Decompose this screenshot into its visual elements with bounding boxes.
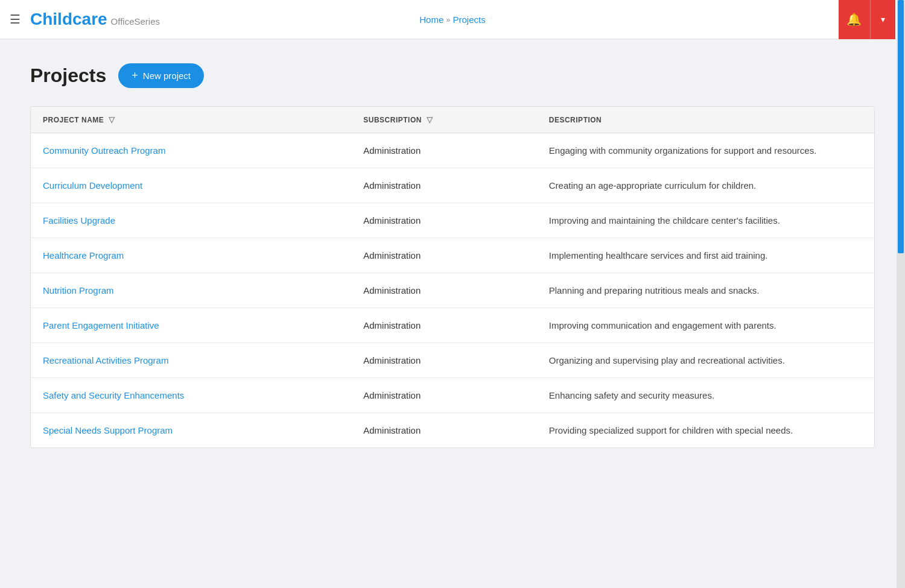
scrollbar-thumb[interactable] bbox=[898, 0, 904, 253]
description-cell: Improving communication and engagement w… bbox=[537, 308, 874, 343]
description-cell: Providing specialized support for childr… bbox=[537, 413, 874, 448]
table-row: Curriculum DevelopmentAdministrationCrea… bbox=[31, 168, 874, 203]
col-header-description: DESCRIPTION bbox=[537, 107, 874, 133]
subscription-cell: Administration bbox=[351, 378, 537, 413]
project-name-cell[interactable]: Special Needs Support Program bbox=[31, 413, 351, 448]
subscription-cell: Administration bbox=[351, 273, 537, 308]
table-header: PROJECT NAME ▽ SUBSCRIPTION ▽ DESCRIPTIO… bbox=[31, 107, 874, 133]
subscription-cell: Administration bbox=[351, 203, 537, 238]
table-row: Parent Engagement InitiativeAdministrati… bbox=[31, 308, 874, 343]
description-cell: Organizing and supervising play and recr… bbox=[537, 343, 874, 378]
header-actions: 🔔 ▾ bbox=[839, 0, 895, 39]
chevron-down-icon: ▾ bbox=[881, 14, 885, 24]
table-row: Healthcare ProgramAdministrationImplemen… bbox=[31, 238, 874, 273]
description-cell: Engaging with community organizations fo… bbox=[537, 133, 874, 168]
project-name-cell[interactable]: Facilities Upgrade bbox=[31, 203, 351, 238]
filter-icon-name[interactable]: ▽ bbox=[109, 115, 115, 124]
table-row: Recreational Activities ProgramAdministr… bbox=[31, 343, 874, 378]
subscription-cell: Administration bbox=[351, 133, 537, 168]
brand-name: Childcare bbox=[30, 10, 107, 29]
description-cell: Improving and maintaining the childcare … bbox=[537, 203, 874, 238]
brand-sub: OfficeSeries bbox=[111, 16, 160, 27]
subscription-cell: Administration bbox=[351, 308, 537, 343]
breadcrumb-current[interactable]: Projects bbox=[453, 14, 486, 25]
new-project-label: New project bbox=[143, 71, 191, 81]
table-row: Community Outreach ProgramAdministration… bbox=[31, 133, 874, 168]
project-name-cell[interactable]: Recreational Activities Program bbox=[31, 343, 351, 378]
scrollbar-track[interactable] bbox=[897, 0, 905, 472]
projects-table-container: PROJECT NAME ▽ SUBSCRIPTION ▽ DESCRIPTIO… bbox=[30, 106, 875, 448]
breadcrumb-separator: » bbox=[446, 15, 450, 24]
user-dropdown-button[interactable]: ▾ bbox=[870, 0, 895, 39]
table-row: Facilities UpgradeAdministrationImprovin… bbox=[31, 203, 874, 238]
description-cell: Planning and preparing nutritious meals … bbox=[537, 273, 874, 308]
bell-icon: 🔔 bbox=[846, 12, 862, 27]
page-title: Projects bbox=[30, 65, 106, 87]
notification-bell-button[interactable]: 🔔 bbox=[839, 0, 870, 39]
filter-icon-subscription[interactable]: ▽ bbox=[427, 115, 433, 124]
subscription-cell: Administration bbox=[351, 238, 537, 273]
project-name-cell[interactable]: Safety and Security Enhancements bbox=[31, 378, 351, 413]
subscription-cell: Administration bbox=[351, 413, 537, 448]
main-content: Projects + New project PROJECT NAME ▽ bbox=[0, 39, 905, 472]
menu-icon[interactable]: ☰ bbox=[10, 12, 21, 27]
project-name-cell[interactable]: Nutrition Program bbox=[31, 273, 351, 308]
description-cell: Creating an age-appropriate curriculum f… bbox=[537, 168, 874, 203]
breadcrumb-home[interactable]: Home bbox=[419, 14, 443, 25]
page-header: Projects + New project bbox=[30, 63, 875, 88]
project-name-cell[interactable]: Curriculum Development bbox=[31, 168, 351, 203]
project-name-cell[interactable]: Parent Engagement Initiative bbox=[31, 308, 351, 343]
table-body: Community Outreach ProgramAdministration… bbox=[31, 133, 874, 448]
table-row: Nutrition ProgramAdministrationPlanning … bbox=[31, 273, 874, 308]
table-row: Safety and Security EnhancementsAdminist… bbox=[31, 378, 874, 413]
description-cell: Implementing healthcare services and fir… bbox=[537, 238, 874, 273]
description-cell: Enhancing safety and security measures. bbox=[537, 378, 874, 413]
table-header-row: PROJECT NAME ▽ SUBSCRIPTION ▽ DESCRIPTIO… bbox=[31, 107, 874, 133]
projects-table: PROJECT NAME ▽ SUBSCRIPTION ▽ DESCRIPTIO… bbox=[31, 107, 874, 447]
col-header-project-name: PROJECT NAME ▽ bbox=[31, 107, 351, 133]
subscription-cell: Administration bbox=[351, 343, 537, 378]
breadcrumb: Home » Projects bbox=[419, 14, 485, 25]
brand: Childcare OfficeSeries bbox=[30, 10, 160, 29]
header: ☰ Childcare OfficeSeries Home » Projects… bbox=[0, 0, 905, 39]
project-name-cell[interactable]: Community Outreach Program bbox=[31, 133, 351, 168]
col-header-subscription: SUBSCRIPTION ▽ bbox=[351, 107, 537, 133]
plus-icon: + bbox=[132, 69, 138, 82]
new-project-button[interactable]: + New project bbox=[118, 63, 204, 88]
table-row: Special Needs Support ProgramAdministrat… bbox=[31, 413, 874, 448]
project-name-cell[interactable]: Healthcare Program bbox=[31, 238, 351, 273]
subscription-cell: Administration bbox=[351, 168, 537, 203]
